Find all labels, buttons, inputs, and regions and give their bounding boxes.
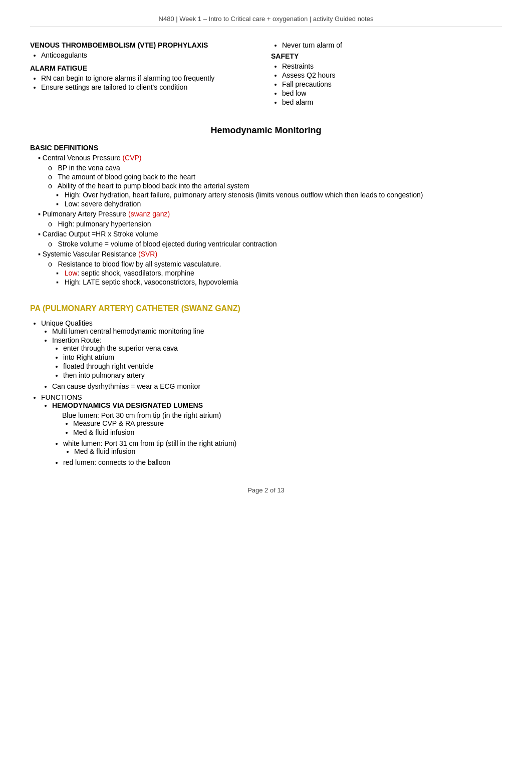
cvp-subsub-1: ▪ Low: severe dehydration xyxy=(56,200,502,208)
left-column: VENOUS THROMBOEMBOLISM (VTE) PROPHYLAXIS… xyxy=(30,41,261,109)
never-turn-item: Never turn alarm of xyxy=(282,41,502,49)
cvp-sub-2: o Ability of the heart to pump blood bac… xyxy=(48,182,502,190)
safety-title: SAFETY xyxy=(271,52,502,60)
blue-item-0: Measure CVP & RA pressure xyxy=(73,419,502,427)
def-bullet-cvp: ▪ xyxy=(38,154,43,162)
alarm-fatigue-title: ALARM FATIGUE xyxy=(30,64,261,72)
step-2: floated through right ventricle xyxy=(63,362,502,370)
alarm-fatigue-block: ALARM FATIGUE RN can begin to ignore ala… xyxy=(30,64,261,91)
def-co-name: Cardiac Output =HR x Stroke volume xyxy=(43,230,158,238)
safety-list: Restraints Assess Q2 hours Fall precauti… xyxy=(282,62,502,106)
safety-item-1: Assess Q2 hours xyxy=(282,71,502,79)
pap-sub-0: o High: pulmonary hypertension xyxy=(48,220,502,228)
multi-lumen-item: Multi lumen central hemodynamic monitori… xyxy=(52,327,502,335)
safety-item-4: bed alarm xyxy=(282,98,502,106)
alarm-fatigue-list: RN can begin to ignore alarms if alarmin… xyxy=(41,74,261,91)
blue-lumen-list: Measure CVP & RA pressure Med & fluid in… xyxy=(73,419,502,436)
white-lumen-sub: Med & fluid infusion xyxy=(74,447,502,455)
svr-subsub-0: ▪ Low: septic shock, vasodilators, morph… xyxy=(56,269,502,277)
vte-title: VENOUS THROMBOEMBOLISM (VTE) PROPHYLAXIS xyxy=(30,41,261,49)
functions-label: FUNCTIONS xyxy=(41,393,82,401)
functions-list: HEMODYNAMICS VIA DESIGNATED LUMENS Blue … xyxy=(52,401,502,466)
white-item-0: Med & fluid infusion xyxy=(74,447,502,455)
basic-definitions-block: BASIC DEFINITIONS ▪ Central Venous Press… xyxy=(30,144,502,286)
svr-subsub-1: ▪ High: LATE septic shock, vasoconstrict… xyxy=(56,278,502,286)
insertion-steps-list: enter through the superior vena cava int… xyxy=(63,344,502,379)
step-3: then into pulmonary artery xyxy=(63,371,502,379)
hemodynamics-item: HEMODYNAMICS VIA DESIGNATED LUMENS Blue … xyxy=(52,401,502,466)
insertion-route-item: Insertion Route: enter through the super… xyxy=(52,336,502,379)
pa-catheter-content: Unique Qualities Multi lumen central hem… xyxy=(41,319,502,466)
def-svr-name: Systemic Vascular Resistance (SVR) xyxy=(43,250,157,258)
safety-item-3: bed low xyxy=(282,89,502,97)
def-cvp: ▪ Central Venous Pressure (CVP) xyxy=(38,154,502,162)
blue-lumen-block: Blue lumen: Port 30 cm from tip (in the … xyxy=(62,411,502,436)
def-pap: ▪ Pulmonary Artery Pressure (swanz ganz) xyxy=(38,210,502,218)
footer-text: Page 2 of 13 xyxy=(247,486,285,494)
def-svr: ▪ Systemic Vascular Resistance (SVR) xyxy=(38,250,502,258)
vte-item-0: Anticoagulants xyxy=(41,51,261,59)
vte-list: Anticoagulants xyxy=(41,51,261,59)
unique-qualities-item: Unique Qualities Multi lumen central hem… xyxy=(41,319,502,390)
pa-catheter-title: PA (PULMONARY ARTERY) CATHETER (SWANZ GA… xyxy=(30,304,502,313)
never-turn-list: Never turn alarm of xyxy=(282,41,502,49)
page-footer: Page 2 of 13 xyxy=(30,486,502,494)
unique-qualities-list: Multi lumen central hemodynamic monitori… xyxy=(52,327,502,390)
def-bullet-co: ▪ xyxy=(38,230,43,238)
hemodynamic-title: Hemodynamic Monitoring xyxy=(30,125,502,136)
svr-sub-0: o Resistance to blood flow by all system… xyxy=(48,260,502,268)
cvp-sub-1: o The amount of blood going back to the … xyxy=(48,173,502,181)
white-lumen-list: white lumen: Port 31 cm from tip (still … xyxy=(63,439,502,466)
page-header: N480 | Week 1 – Intro to Critical care +… xyxy=(30,15,502,27)
safety-item-2: Fall precautions xyxy=(282,80,502,88)
basic-def-title: BASIC DEFINITIONS xyxy=(30,144,502,152)
ecg-item: Can cause dysrhythmias = wear a ECG moni… xyxy=(52,382,502,390)
def-co: ▪ Cardiac Output =HR x Stroke volume xyxy=(38,230,502,238)
white-lumen-item: white lumen: Port 31 cm from tip (still … xyxy=(63,439,502,455)
alarm-item-0: RN can begin to ignore alarms if alarmin… xyxy=(41,74,261,82)
vte-block: VENOUS THROMBOEMBOLISM (VTE) PROPHYLAXIS… xyxy=(30,41,261,59)
co-sub-0: o Stroke volume = volume of blood ejecte… xyxy=(48,240,502,248)
cvp-subsub-0: ▪ High: Over hydration, heart failure, p… xyxy=(56,191,502,199)
blue-item-1: Med & fluid infusion xyxy=(73,428,502,436)
safety-item-0: Restraints xyxy=(282,62,502,70)
red-lumen-item: red lumen: connects to the balloon xyxy=(63,458,502,466)
step-1: into Right atrium xyxy=(63,353,502,361)
functions-item: FUNCTIONS HEMODYNAMICS VIA DESIGNATED LU… xyxy=(41,393,502,466)
right-column: Never turn alarm of SAFETY Restraints As… xyxy=(271,41,502,109)
alarm-item-1: Ensure settings are tailored to client's… xyxy=(41,83,261,91)
two-column-section: VENOUS THROMBOEMBOLISM (VTE) PROPHYLAXIS… xyxy=(30,41,502,109)
step-0: enter through the superior vena cava xyxy=(63,344,502,352)
def-cvp-name: Central Venous Pressure (CVP) xyxy=(43,154,142,162)
header-text: N480 | Week 1 – Intro to Critical care +… xyxy=(159,15,374,23)
def-bullet-pap: ▪ xyxy=(38,210,43,218)
def-pap-name: Pulmonary Artery Pressure (swanz ganz) xyxy=(43,210,170,218)
cvp-sub-0: o BP in the vena cava xyxy=(48,164,502,172)
def-bullet-svr: ▪ xyxy=(38,250,43,258)
